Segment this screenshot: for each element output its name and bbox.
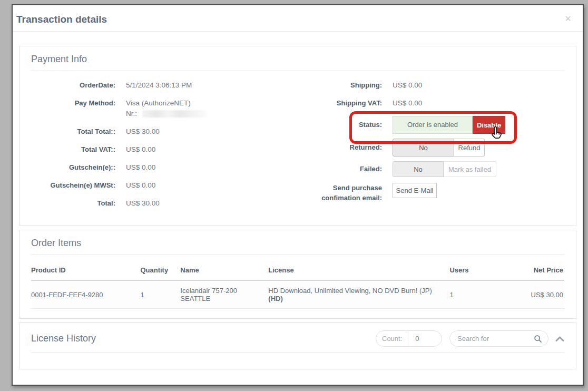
send-email-label: Send purchase confimation email: [298, 183, 393, 203]
mark-as-failed-button[interactable]: Mark as failed [444, 161, 496, 177]
refund-button[interactable]: Refund [454, 139, 485, 157]
failed-no-button[interactable]: No [393, 161, 444, 177]
total-vat-label: Total VAT:: [31, 144, 126, 155]
cell-license: HD Download, Unlimited Viewing, NO DVD B… [268, 280, 449, 309]
heading-divider [31, 255, 564, 255]
col-name: Name [180, 261, 268, 280]
col-users: Users [449, 261, 505, 280]
status-row: Status: Order is enabledDisable [298, 116, 564, 134]
failed-label: Failed: [298, 164, 393, 174]
modal-header: Transaction details × [13, 5, 583, 32]
search-box[interactable] [449, 330, 548, 347]
order-items-heading: Order Items [31, 238, 564, 249]
count-label: Count: [376, 331, 408, 346]
modal-title: Transaction details [16, 14, 571, 25]
modal-body: Payment Info OrderDate: 5/1/2024 3:06:13… [13, 32, 583, 369]
payment-info-right-column: Shipping: US$ 0.00 Shipping VAT: US$ 0.0… [298, 80, 564, 216]
returned-no-button[interactable]: No [393, 139, 454, 157]
cell-name: Icelandair 757-200 SEATTLE [180, 280, 268, 309]
transaction-details-modal: Transaction details × Payment Info Order… [12, 4, 584, 386]
table-row: 0001-FEDF-FEF4-9280 1 Icelandair 757-200… [31, 280, 564, 309]
total-total-value: US$ 30.00 [126, 126, 160, 137]
gutschein-mwst-row: Gutschein(e) MWSt: US$ 0.00 [31, 180, 298, 191]
returned-label: Returned: [298, 142, 393, 153]
disable-button[interactable]: Disable [473, 116, 505, 134]
failed-row: Failed: NoMark as failed [298, 161, 564, 177]
status-label: Status: [298, 120, 393, 130]
table-header-row: Product ID Quantity Name License Users N… [31, 261, 564, 280]
count-value: 0 [408, 335, 426, 343]
order-items-table: Product ID Quantity Name License Users N… [31, 261, 564, 309]
shipping-label: Shipping: [298, 80, 393, 91]
payment-info-heading: Payment Info [31, 54, 564, 65]
shipping-vat-label: Shipping VAT: [298, 98, 393, 109]
cell-users: 1 [449, 280, 505, 309]
license-history-heading: License History [31, 333, 96, 344]
gutschein-value: US$ 0.00 [126, 162, 155, 173]
close-icon[interactable]: × [565, 13, 571, 24]
send-email-button[interactable]: Send E-Mail [393, 183, 437, 198]
count-pill: Count: 0 [376, 330, 442, 347]
payment-info-panel: Payment Info OrderDate: 5/1/2024 3:06:13… [19, 46, 576, 226]
total-row: Total: US$ 30.00 [31, 198, 298, 209]
shipping-row: Shipping: US$ 0.00 [298, 80, 564, 91]
gutschein-label: Gutschein(e):: [31, 162, 126, 173]
total-value: US$ 30.00 [126, 198, 160, 209]
total-vat-value: US$ 0.00 [126, 144, 155, 155]
shipping-vat-row: Shipping VAT: US$ 0.00 [298, 98, 564, 109]
card-number-label: Nr.: [126, 109, 137, 119]
total-total-row: Total Total:: US$ 30.00 [31, 126, 298, 137]
license-history-panel: License History Count: 0 [19, 322, 576, 369]
order-enabled-badge: Order is enabled [393, 116, 473, 134]
send-email-row: Send purchase confimation email: Send E-… [298, 183, 564, 203]
cell-product-id: 0001-FEDF-FEF4-9280 [31, 280, 140, 309]
total-label: Total: [31, 198, 126, 209]
col-license: License [268, 261, 449, 280]
order-items-panel: Order Items Product ID Quantity Name Lic… [19, 230, 576, 319]
total-vat-row: Total VAT:: US$ 0.00 [31, 144, 298, 155]
col-quantity: Quantity [140, 261, 180, 280]
orderdate-label: OrderDate: [31, 80, 126, 91]
total-total-label: Total Total:: [31, 126, 126, 137]
gutschein-mwst-label: Gutschein(e) MWSt: [31, 180, 126, 191]
gutschein-mwst-value: US$ 0.00 [126, 180, 155, 191]
payment-info-left-column: OrderDate: 5/1/2024 3:06:13 PM Pay Metho… [31, 80, 298, 216]
license-history-empty-area [31, 353, 564, 359]
shipping-vat-value: US$ 0.00 [393, 98, 422, 109]
pay-method-row: Pay Method: Visa (AuthorizeNET) Nr.: [31, 98, 298, 119]
col-product-id: Product ID [31, 261, 140, 280]
search-input[interactable] [457, 335, 528, 343]
pay-method-value: Visa (AuthorizeNET) [126, 98, 207, 109]
orderdate-row: OrderDate: 5/1/2024 3:06:13 PM [31, 80, 298, 91]
search-icon[interactable] [534, 335, 542, 343]
redacted-card-number [142, 110, 207, 118]
orderdate-value: 5/1/2024 3:06:13 PM [126, 80, 192, 91]
cell-net-price: US$ 30.00 [506, 280, 564, 309]
chevron-up-icon[interactable] [555, 336, 564, 342]
returned-row: Returned: NoRefund [298, 139, 564, 157]
gutschein-row: Gutschein(e):: US$ 0.00 [31, 162, 298, 173]
shipping-value: US$ 0.00 [393, 80, 422, 91]
cell-quantity: 1 [140, 280, 180, 309]
pay-method-label: Pay Method: [31, 98, 126, 109]
col-net-price: Net Price [506, 261, 564, 280]
